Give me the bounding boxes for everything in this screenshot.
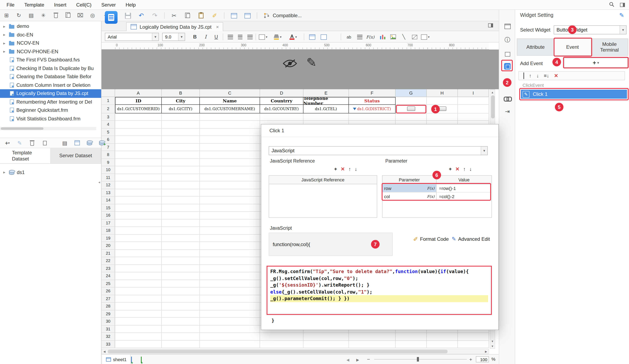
cell-C3[interactable] bbox=[200, 113, 260, 121]
cell-A33[interactable] bbox=[115, 341, 162, 348]
cell-C22[interactable] bbox=[200, 257, 260, 265]
row-header-12[interactable]: 12 bbox=[102, 181, 115, 189]
zoom-value-box[interactable]: 100 bbox=[476, 356, 489, 362]
cell-A4[interactable] bbox=[115, 121, 162, 128]
row-header-2[interactable]: 2 bbox=[102, 105, 115, 113]
cell-C2[interactable]: ds1.G(CUSTOMERNAME) bbox=[200, 105, 260, 113]
cell-A23[interactable] bbox=[115, 265, 162, 272]
cell-E33[interactable] bbox=[304, 341, 349, 348]
cell-A30[interactable] bbox=[115, 318, 162, 325]
cell-B17[interactable] bbox=[162, 219, 200, 227]
align-center-icon[interactable] bbox=[236, 33, 244, 41]
cell-A5[interactable] bbox=[115, 128, 162, 136]
merge-cells-icon[interactable] bbox=[308, 33, 316, 41]
cell-C14[interactable] bbox=[200, 197, 260, 204]
delete-event-icon[interactable]: ✕ bbox=[554, 73, 558, 79]
edit-pencil-icon[interactable]: ✎ bbox=[306, 55, 316, 70]
insert-chart-icon[interactable] bbox=[378, 33, 387, 41]
cell-D1[interactable]: Countrry bbox=[260, 97, 304, 105]
borders-dropdown-icon[interactable]: ▾ bbox=[259, 33, 267, 41]
cell-E2[interactable]: ds1.G(TEL) bbox=[304, 105, 349, 113]
cell-F32[interactable] bbox=[349, 333, 396, 341]
caret-right-icon[interactable]: ▸ bbox=[3, 49, 6, 54]
tab-mobile-terminal[interactable]: Mobile Terminal bbox=[591, 38, 628, 56]
row-header-4[interactable]: 4 bbox=[102, 121, 115, 128]
add-chart-sheet-icon[interactable]: + bbox=[141, 357, 142, 363]
column-header-C[interactable]: C bbox=[200, 89, 260, 97]
cell-B31[interactable] bbox=[162, 325, 200, 333]
cell-B22[interactable] bbox=[162, 257, 200, 265]
menu-cell[interactable]: Cell(C) bbox=[76, 2, 92, 7]
cell-G3[interactable] bbox=[396, 113, 427, 121]
zoom-out-icon[interactable]: − bbox=[367, 356, 370, 362]
cell-C32[interactable] bbox=[200, 333, 260, 341]
cell-H32[interactable] bbox=[427, 333, 458, 341]
compatible-icon[interactable] bbox=[263, 11, 271, 20]
undo-icon[interactable]: ↶ bbox=[137, 11, 145, 20]
caret-right-icon[interactable]: ▸ bbox=[3, 32, 6, 37]
cell-C6[interactable] bbox=[200, 136, 260, 143]
caret-right-icon[interactable]: ▸ bbox=[3, 24, 6, 29]
search-icon[interactable] bbox=[609, 2, 614, 8]
cell-element-icon[interactable] bbox=[503, 22, 511, 30]
cell-B13[interactable] bbox=[162, 189, 200, 197]
cell-A9[interactable] bbox=[115, 159, 162, 166]
row-header-25[interactable]: 25 bbox=[102, 280, 115, 287]
cell-G1[interactable] bbox=[396, 97, 427, 105]
splitter-collapse-icon[interactable]: ◂ bbox=[98, 180, 100, 184]
cell-A16[interactable] bbox=[115, 212, 162, 219]
cell-B1[interactable]: City bbox=[162, 97, 200, 105]
rich-text-icon[interactable] bbox=[355, 33, 364, 41]
select-widget-dropdown[interactable]: Button Widget ▾ bbox=[554, 25, 627, 34]
cell-E3[interactable] bbox=[304, 113, 349, 121]
report-settings-icon[interactable] bbox=[230, 11, 238, 20]
cell-B16[interactable] bbox=[162, 212, 200, 219]
cell-C8[interactable] bbox=[200, 151, 260, 159]
js-reference-table[interactable]: JavaScript Reference bbox=[269, 175, 377, 218]
edit-dataset-button[interactable]: ✎ bbox=[15, 139, 24, 147]
format-code-button[interactable]: ✐ Format Code bbox=[413, 236, 449, 243]
cell-A6[interactable] bbox=[115, 136, 162, 143]
tree-folder-item[interactable]: ▸demo bbox=[0, 22, 101, 30]
toggle-panel-icon[interactable] bbox=[620, 3, 625, 7]
new-folder-icon[interactable]: ⊞ bbox=[2, 11, 11, 19]
tab-list-icon[interactable] bbox=[488, 23, 493, 27]
cell-C10[interactable] bbox=[200, 166, 260, 174]
row-header-8[interactable]: 8 bbox=[102, 151, 115, 159]
cell-C19[interactable] bbox=[200, 235, 260, 242]
cell-C7[interactable] bbox=[200, 143, 260, 151]
parameter-up-button[interactable]: ↑ bbox=[463, 166, 466, 172]
tab-template-dataset[interactable]: Template Dataset bbox=[0, 148, 51, 163]
tree-file-item[interactable]: Clearing the Database Table Befor bbox=[0, 72, 101, 81]
row-header-11[interactable]: 11 bbox=[102, 174, 115, 181]
tree-file-item[interactable]: The First FVS Dashboard.fvs bbox=[0, 56, 101, 64]
cell-C30[interactable] bbox=[200, 318, 260, 325]
cell-B9[interactable] bbox=[162, 159, 200, 166]
cell-B23[interactable] bbox=[162, 265, 200, 272]
cell-C28[interactable] bbox=[200, 303, 260, 310]
locate-icon[interactable]: ◎ bbox=[88, 11, 97, 19]
tree-file-item[interactable]: Visit Statistics Dashboard.frm bbox=[0, 115, 101, 123]
cell-A31[interactable] bbox=[115, 325, 162, 333]
row-header-18[interactable]: 18 bbox=[102, 227, 115, 235]
cell-A7[interactable] bbox=[115, 143, 162, 151]
underline-button[interactable]: U bbox=[212, 33, 220, 41]
cell-A12[interactable] bbox=[115, 181, 162, 189]
cell-B2[interactable]: ds1.G(CITY) bbox=[162, 105, 200, 113]
event-type-dropdown[interactable]: JavaScript ▾ bbox=[269, 146, 488, 155]
cell-C29[interactable] bbox=[200, 310, 260, 318]
cell-G33[interactable] bbox=[396, 341, 427, 348]
cell-B18[interactable] bbox=[162, 227, 200, 235]
cell-A14[interactable] bbox=[115, 197, 162, 204]
column-header-G[interactable]: G bbox=[396, 89, 427, 97]
cell-C25[interactable] bbox=[200, 280, 260, 287]
cell-B19[interactable] bbox=[162, 235, 200, 242]
row-header-21[interactable]: 21 bbox=[102, 249, 115, 257]
cell-B15[interactable] bbox=[162, 204, 200, 212]
copy-event-icon[interactable] bbox=[522, 73, 524, 79]
frozen-dropdown-icon[interactable]: ▾ bbox=[421, 33, 430, 41]
horizontal-scrollbar[interactable]: ◀ ▶ bbox=[102, 349, 489, 354]
reference-up-button[interactable]: ↑ bbox=[348, 166, 351, 172]
row-header-27[interactable]: 27 bbox=[102, 295, 115, 303]
copy-icon[interactable] bbox=[64, 11, 72, 19]
